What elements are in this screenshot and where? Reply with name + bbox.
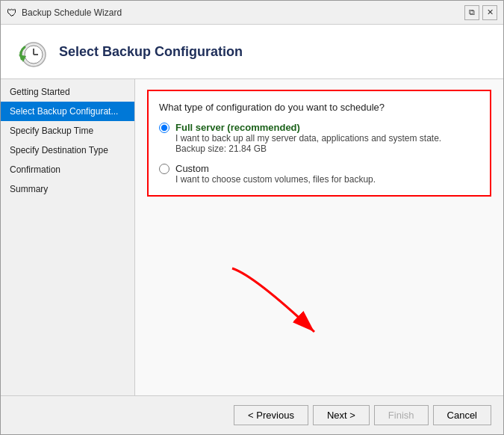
sidebar: Getting Started Select Backup Configurat… [1, 79, 135, 395]
radio-custom-label: Custom [175, 163, 209, 174]
radio-full-size: Backup size: 21.84 GB [175, 144, 479, 154]
header-area: Select Backup Configuration [1, 25, 503, 79]
main-content: What type of configuration do you want t… [135, 79, 503, 395]
sidebar-item-summary[interactable]: Summary [1, 179, 134, 199]
title-bar: 🛡 Backup Schedule Wizard ⧉ ✕ [1, 1, 503, 25]
radio-custom[interactable] [159, 164, 169, 174]
sidebar-item-getting-started[interactable]: Getting Started [1, 82, 134, 102]
finish-button: Finish [374, 405, 429, 425]
radio-full-label: Full server (recommended) [175, 122, 300, 133]
arrow-annotation [210, 261, 359, 351]
cancel-button[interactable]: Cancel [433, 405, 491, 425]
radio-option-custom: Custom I want to choose custom volumes, … [159, 163, 479, 185]
page-title: Select Backup Configuration [59, 44, 243, 60]
previous-button[interactable]: < Previous [234, 405, 308, 425]
sidebar-item-specify-destination[interactable]: Specify Destination Type [1, 141, 134, 160]
window-title: Backup Schedule Wizard [22, 7, 122, 18]
footer-area: < Previous Next > Finish Cancel [1, 395, 503, 434]
radio-custom-desc: I want to choose custom volumes, files f… [175, 174, 479, 185]
sidebar-item-specify-time[interactable]: Specify Backup Time [1, 121, 134, 141]
radio-label-row-custom: Custom [159, 163, 479, 174]
radio-full-server[interactable] [159, 123, 169, 133]
content-area: Getting Started Select Backup Configurat… [1, 79, 503, 395]
restore-button[interactable]: ⧉ [464, 5, 479, 20]
config-box: What type of configuration do you want t… [147, 90, 491, 197]
title-bar-controls: ⧉ ✕ [464, 5, 497, 20]
sidebar-item-confirmation[interactable]: Confirmation [1, 160, 134, 179]
radio-group: Full server (recommended) I want to back… [159, 122, 479, 185]
radio-label-row-full: Full server (recommended) [159, 122, 479, 133]
config-question: What type of configuration do you want t… [159, 102, 479, 113]
header-icon [13, 34, 49, 70]
title-bar-left: 🛡 Backup Schedule Wizard [7, 7, 122, 19]
wizard-window: 🛡 Backup Schedule Wizard ⧉ ✕ Select Back… [0, 0, 504, 435]
radio-option-full: Full server (recommended) I want to back… [159, 122, 479, 154]
sidebar-item-select-backup[interactable]: Select Backup Configurat... [1, 102, 134, 121]
radio-full-desc: I want to back up all my server data, ap… [175, 133, 479, 144]
close-button[interactable]: ✕ [482, 5, 497, 20]
app-icon: 🛡 [7, 7, 17, 19]
next-button[interactable]: Next > [313, 405, 370, 425]
